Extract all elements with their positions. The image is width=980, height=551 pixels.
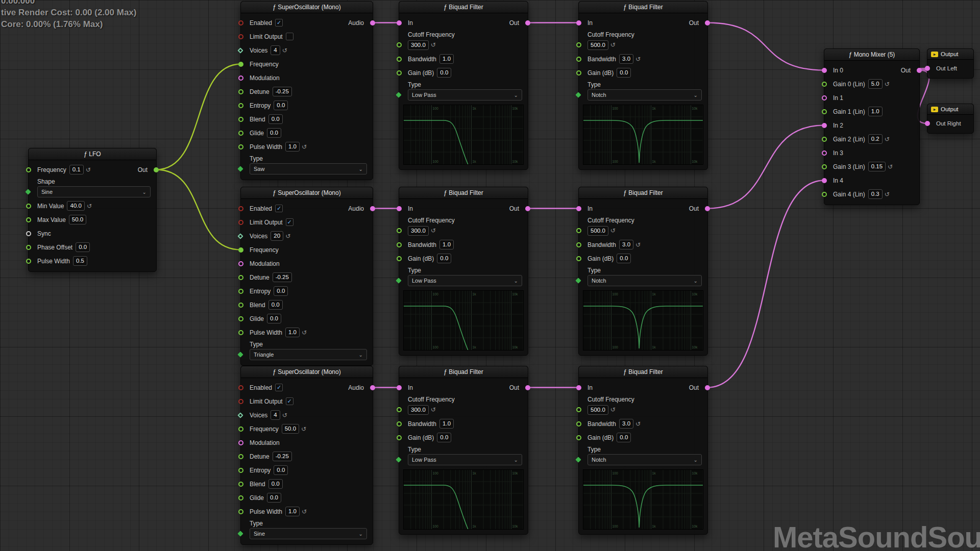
cutoff-frequency-value[interactable]: 500.0: [587, 405, 608, 415]
node-header-osc3[interactable]: ƒ SuperOscillator (Mono): [241, 366, 373, 378]
type-dropdown[interactable]: Low Pass⌄: [408, 89, 522, 101]
out-pin[interactable]: [917, 68, 922, 73]
node-header-bqA1[interactable]: ƒ Biquad Filter: [399, 2, 528, 13]
pulse-width-pin[interactable]: [238, 330, 243, 335]
type-dropdown[interactable]: Sine⌄: [250, 528, 367, 539]
pulse-width-value[interactable]: 1.0: [285, 328, 300, 337]
blend-pin[interactable]: [238, 482, 243, 487]
gain-2-lin-value[interactable]: 0.2: [868, 134, 883, 144]
node-header-mixer[interactable]: ƒ Mono Mixer (5): [824, 49, 919, 61]
reset-to-default-icon[interactable]: ↺: [301, 426, 306, 432]
type-pin[interactable]: [575, 92, 581, 97]
frequency-pin[interactable]: [26, 167, 31, 172]
bandwidth-pin[interactable]: [576, 57, 581, 62]
cutoff-frequency-pin[interactable]: [576, 407, 581, 412]
gain-1-lin-pin[interactable]: [822, 109, 827, 114]
bandwidth-value[interactable]: 3.0: [619, 240, 633, 249]
sync-pin[interactable]: [26, 231, 31, 236]
wire-lfo-to-osc2[interactable]: [156, 170, 241, 250]
gain-0-lin-pin[interactable]: [822, 82, 827, 87]
detune-pin[interactable]: [238, 89, 243, 94]
cutoff-frequency-pin[interactable]: [397, 407, 402, 412]
wire-bqB3-to-mixer[interactable]: [707, 181, 824, 388]
reset-to-default-icon[interactable]: ↺: [610, 407, 616, 413]
gain-4-lin-pin[interactable]: [822, 192, 827, 197]
reset-to-default-icon[interactable]: ↺: [302, 144, 307, 150]
pulse-width-pin[interactable]: [238, 144, 243, 149]
gain-2-lin-pin[interactable]: [822, 137, 827, 142]
cutoff-frequency-pin[interactable]: [397, 228, 402, 233]
entropy-value[interactable]: 0.0: [274, 465, 288, 475]
type-dropdown[interactable]: Notch⌄: [587, 275, 702, 286]
reset-to-default-icon[interactable]: ↺: [431, 407, 436, 413]
detune-value[interactable]: -0.25: [273, 272, 292, 282]
gain-db-value[interactable]: 0.0: [617, 433, 631, 442]
detune-value[interactable]: -0.25: [273, 87, 292, 96]
out-pin[interactable]: [525, 385, 530, 390]
voices-pin[interactable]: [237, 233, 243, 239]
audio-pin[interactable]: [370, 206, 375, 211]
detune-pin[interactable]: [238, 454, 243, 459]
limit-output-checkbox[interactable]: ✓: [286, 218, 293, 226]
type-dropdown[interactable]: Saw⌄: [250, 163, 367, 174]
blend-pin[interactable]: [238, 303, 243, 308]
gain-0-lin-value[interactable]: 5.0: [868, 79, 883, 89]
gain-db-pin[interactable]: [576, 435, 581, 440]
node-header-bqA2[interactable]: ƒ Biquad Filter: [399, 187, 528, 199]
wire-bqB1-to-mixer[interactable]: [707, 23, 824, 70]
enabled-pin[interactable]: [238, 385, 243, 390]
bandwidth-pin[interactable]: [397, 242, 402, 247]
voices-value[interactable]: 4: [271, 410, 280, 420]
wire-lfo-to-osc1[interactable]: [156, 64, 241, 170]
gain-3-lin-value[interactable]: 0.15: [868, 162, 886, 171]
cutoff-frequency-value[interactable]: 300.0: [408, 226, 429, 236]
shape-dropdown[interactable]: Sine⌄: [37, 186, 151, 197]
audio-pin[interactable]: [370, 385, 375, 390]
entropy-pin[interactable]: [238, 103, 243, 108]
cutoff-frequency-value[interactable]: 500.0: [587, 226, 608, 236]
reset-to-default-icon[interactable]: ↺: [285, 233, 290, 239]
glide-value[interactable]: 0.0: [267, 314, 281, 323]
reset-to-default-icon[interactable]: ↺: [431, 42, 436, 48]
out-pin[interactable]: [705, 20, 710, 26]
type-dropdown[interactable]: Notch⌄: [587, 89, 702, 101]
blend-value[interactable]: 0.0: [268, 479, 283, 489]
in-1-pin[interactable]: [822, 95, 827, 101]
bandwidth-value[interactable]: 1.0: [439, 54, 454, 64]
gain-db-pin[interactable]: [397, 256, 402, 261]
cutoff-frequency-pin[interactable]: [576, 228, 581, 233]
bandwidth-pin[interactable]: [397, 421, 402, 427]
out-pin[interactable]: [154, 167, 159, 172]
in-pin[interactable]: [397, 20, 402, 26]
in-pin[interactable]: [576, 20, 581, 26]
gain-1-lin-value[interactable]: 1.0: [868, 107, 883, 116]
type-dropdown[interactable]: Triangle⌄: [250, 349, 367, 360]
frequency-pin[interactable]: [238, 427, 243, 432]
bandwidth-pin[interactable]: [576, 421, 581, 427]
glide-value[interactable]: 0.0: [267, 128, 281, 138]
cutoff-frequency-pin[interactable]: [576, 42, 581, 47]
frequency-value[interactable]: 50.0: [282, 424, 299, 434]
reset-to-default-icon[interactable]: ↺: [302, 509, 307, 515]
limit-output-pin[interactable]: [238, 220, 243, 225]
shape-pin[interactable]: [25, 189, 31, 194]
frequency-pin[interactable]: [238, 247, 243, 253]
bandwidth-value[interactable]: 1.0: [439, 419, 454, 429]
reset-to-default-icon[interactable]: ↺: [885, 191, 890, 197]
type-pin[interactable]: [396, 457, 401, 462]
gain-db-value[interactable]: 0.0: [437, 433, 451, 442]
in-pin[interactable]: [576, 206, 581, 211]
max-value-pin[interactable]: [26, 217, 31, 222]
limit-output-pin[interactable]: [238, 399, 243, 404]
gain-db-pin[interactable]: [397, 435, 402, 440]
reset-to-default-icon[interactable]: ↺: [635, 421, 641, 427]
modulation-pin[interactable]: [238, 440, 243, 445]
node-header-outR[interactable]: ▸Output: [927, 104, 973, 115]
node-header-osc1[interactable]: ƒ SuperOscillator (Mono): [241, 2, 373, 13]
node-header-bqA3[interactable]: ƒ Biquad Filter: [399, 366, 528, 378]
in-0-pin[interactable]: [822, 68, 827, 73]
node-header-outL[interactable]: ▸Output: [927, 49, 973, 60]
gain-db-pin[interactable]: [397, 70, 402, 76]
node-header-bqB3[interactable]: ƒ Biquad Filter: [579, 366, 707, 378]
entropy-value[interactable]: 0.0: [274, 286, 288, 296]
